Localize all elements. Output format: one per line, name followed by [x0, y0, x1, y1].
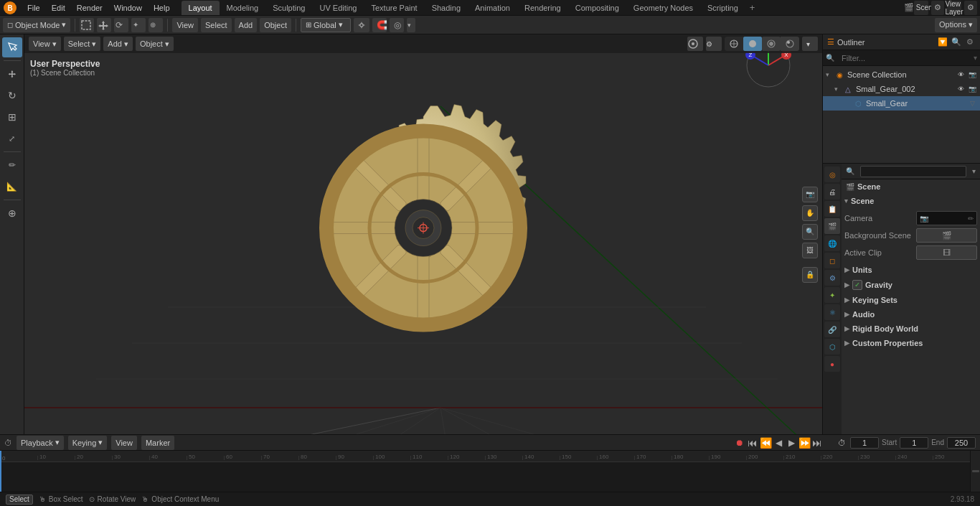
- object-menu-btn[interactable]: Object: [260, 18, 291, 32]
- tab-animation[interactable]: Animation: [468, 1, 517, 15]
- scale-tool[interactable]: ⊞: [2, 107, 22, 127]
- viewport[interactable]: View ▾ Select ▾ Add ▾ Object ▾ ⚙: [24, 34, 822, 434]
- units-section-header[interactable]: ▶ Units: [842, 263, 980, 277]
- menu-edit[interactable]: Edit: [46, 2, 71, 14]
- end-frame-input[interactable]: [947, 437, 976, 449]
- view-menu-btn[interactable]: View: [172, 18, 198, 32]
- vp-zoom-btn[interactable]: 🔍: [802, 224, 818, 240]
- properties-expand-icon[interactable]: ▾: [972, 167, 976, 175]
- keying-menu-btn[interactable]: Keying ▾: [68, 436, 108, 450]
- tab-layout[interactable]: Layout: [182, 1, 220, 15]
- eye-icon[interactable]: 👁: [956, 70, 966, 80]
- rotate-tool[interactable]: ↻: [2, 85, 22, 106]
- prop-tab-constraints[interactable]: 🔗: [824, 322, 840, 337]
- vp-object-btn[interactable]: Object ▾: [136, 37, 174, 51]
- marker-btn[interactable]: Marker: [141, 436, 174, 450]
- outliner-search-icon[interactable]: 🔍: [951, 37, 962, 48]
- prop-tab-modifier[interactable]: ⚙: [824, 270, 840, 286]
- vp-select-btn[interactable]: Select ▾: [64, 37, 101, 51]
- settings2-icon-btn[interactable]: ⚙: [964, 1, 977, 15]
- menu-render[interactable]: Render: [71, 2, 108, 14]
- play-reverse-btn[interactable]: ◀: [773, 437, 784, 449]
- custom-props-section-header[interactable]: ▶ Custom Properties: [842, 336, 980, 350]
- properties-search-input[interactable]: [860, 166, 966, 177]
- playback-menu-btn[interactable]: Playback ▾: [17, 436, 64, 450]
- prop-tab-particles[interactable]: ✦: [824, 287, 840, 303]
- prop-tab-physics[interactable]: ⚛: [824, 304, 840, 320]
- icon4-btn[interactable]: ✦: [131, 18, 146, 32]
- modifier-icon[interactable]: ▽: [967, 98, 977, 108]
- annotate-tool[interactable]: ✏: [2, 155, 22, 175]
- add-menu-btn[interactable]: Add: [235, 18, 258, 32]
- start-frame-input[interactable]: [900, 437, 928, 449]
- rendered-btn[interactable]: [781, 37, 799, 51]
- transform-tool[interactable]: [2, 64, 22, 84]
- prop-tab-object[interactable]: ◻: [824, 253, 840, 268]
- vp-lock-btn[interactable]: 🔒: [802, 267, 818, 283]
- timeline-view-btn[interactable]: View: [111, 436, 137, 450]
- vp-extra-btn[interactable]: ▾: [802, 37, 818, 51]
- prop-tab-world[interactable]: 🌐: [824, 235, 840, 251]
- annotate2-tool[interactable]: 📐: [2, 177, 22, 197]
- render-icon-2[interactable]: 📷: [967, 84, 977, 94]
- outliner-filter-icon[interactable]: 🔽: [937, 37, 948, 48]
- tab-texture-paint[interactable]: Texture Paint: [364, 1, 424, 15]
- jump-start-btn[interactable]: ⏮: [747, 437, 758, 449]
- tab-compositing[interactable]: Compositing: [568, 1, 626, 15]
- icon3-btn[interactable]: ⟳: [114, 18, 128, 32]
- tab-scripting[interactable]: Scripting: [700, 1, 745, 15]
- current-frame-input[interactable]: [850, 437, 879, 449]
- prop-tab-view-layer[interactable]: 📋: [824, 201, 840, 217]
- solid-btn[interactable]: [743, 37, 762, 51]
- pivot-btn[interactable]: [354, 18, 369, 32]
- wireframe-btn[interactable]: [725, 37, 743, 51]
- camera-value[interactable]: 📷 ✏: [916, 211, 977, 225]
- select-box-btn[interactable]: [80, 18, 94, 32]
- keying-sets-section-header[interactable]: ▶ Keying Sets: [842, 293, 980, 307]
- proportional-btn[interactable]: ◎: [390, 18, 404, 32]
- menu-file[interactable]: File: [22, 2, 46, 14]
- select-menu-btn[interactable]: Select: [201, 18, 232, 32]
- options-btn[interactable]: Options ▾: [935, 18, 977, 32]
- tab-modeling[interactable]: Modeling: [220, 1, 266, 15]
- vp-overlay-btn[interactable]: [687, 37, 703, 51]
- tab-shading[interactable]: Shading: [425, 1, 468, 15]
- eye-icon-2[interactable]: 👁: [956, 84, 966, 94]
- vp-view-btn[interactable]: View ▾: [29, 37, 61, 51]
- scene-selector[interactable]: 🎬 Scene: [914, 1, 928, 15]
- vp-hand-btn[interactable]: ✋: [802, 205, 818, 221]
- outliner-search-input[interactable]: [837, 50, 974, 66]
- tab-geometry-nodes[interactable]: Geometry Nodes: [626, 1, 700, 15]
- prop-tab-data[interactable]: ⬡: [824, 339, 840, 355]
- active-clip-value[interactable]: 🎞: [916, 245, 977, 260]
- jump-end-btn[interactable]: ⏭: [811, 437, 823, 449]
- transform-orientation-dropdown[interactable]: ⊞ Global ▾: [301, 18, 351, 32]
- step-forward-btn[interactable]: ⏩: [798, 437, 810, 449]
- vp-gizmo-btn[interactable]: ⚙: [706, 37, 722, 51]
- proportional-arrow-btn[interactable]: ▾: [407, 18, 415, 32]
- record-btn[interactable]: ⏺: [734, 437, 745, 449]
- outliner-settings-icon[interactable]: ⚙: [964, 37, 976, 48]
- rigid-body-section-header[interactable]: ▶ Rigid Body World: [842, 322, 980, 336]
- prop-tab-output[interactable]: 🖨: [824, 184, 840, 200]
- prop-tab-scene[interactable]: 🎬: [824, 218, 840, 234]
- add-workspace-button[interactable]: +: [745, 1, 760, 14]
- prop-tab-render[interactable]: ◎: [824, 167, 840, 182]
- view-layer-selector[interactable]: View Layer: [947, 1, 961, 15]
- menu-help[interactable]: Help: [148, 2, 176, 14]
- play-btn[interactable]: ▶: [786, 437, 797, 449]
- tab-sculpting[interactable]: Sculpting: [265, 1, 312, 15]
- transform-all-tool[interactable]: ⤢: [2, 128, 22, 149]
- outliner-scene-collection[interactable]: ▾ ◉ Scene Collection 👁 📷: [823, 67, 980, 82]
- vp-add-btn[interactable]: Add ▾: [103, 37, 133, 51]
- outliner-small-gear[interactable]: ⬡ Small_Gear ▽: [823, 96, 980, 111]
- settings-icon-btn[interactable]: ⚙: [931, 1, 944, 15]
- add-object-tool[interactable]: ⊕: [2, 203, 22, 223]
- vp-image-btn[interactable]: 🖼: [802, 243, 818, 258]
- cursor-tool[interactable]: [2, 37, 22, 57]
- gravity-section-header[interactable]: ▶ ✓ Gravity: [842, 277, 980, 293]
- camera-edit-icon[interactable]: ✏: [968, 215, 974, 222]
- move-btn[interactable]: [97, 18, 111, 32]
- vp-camera-btn[interactable]: 📷: [802, 187, 818, 202]
- timeline-scrollbar[interactable]: [970, 451, 980, 492]
